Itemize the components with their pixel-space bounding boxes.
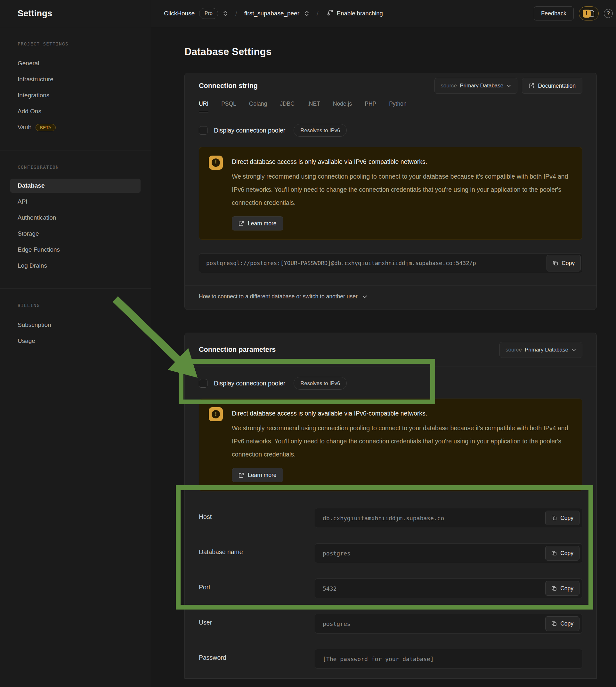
tab-nodejs[interactable]: Node.js [333,101,352,112]
sidebar-item-label: Log Drains [18,262,47,269]
connection-string-title: Connection string [199,82,258,90]
top-bar: Settings ClickHouse Pro / first_supabase… [0,0,616,27]
copy-uri-button[interactable]: Copy [547,255,581,271]
sidebar-section-header: CONFIGURATION [10,164,140,170]
copy-button[interactable]: Copy [545,616,579,631]
ipv6-warning-panel: ! Direct database access is only availab… [199,399,582,491]
chevron-down-icon [362,294,368,299]
org-switcher-icon[interactable] [222,10,228,17]
sidebar-item-authentication[interactable]: Authentication [10,210,140,226]
breadcrumb: ClickHouse Pro / first_supabase_peer / E… [151,8,534,19]
copy-button[interactable]: Copy [545,546,579,560]
sidebar-item-vault[interactable]: VaultBETA [10,119,140,135]
source-select[interactable]: source Primary Database [435,78,518,94]
sidebar-item-storage[interactable]: Storage [10,226,140,242]
parameter-label: Port [199,578,315,591]
sidebar-item-label: API [18,198,27,205]
parameter-label: Database name [199,543,315,556]
warning-body: We strongly recommend using connection p… [232,170,571,209]
chevron-down-icon [571,347,576,352]
notifications-button[interactable]: ! [579,6,599,21]
warning-icon: ! [209,407,223,421]
main-content: Database Settings Connection string sour… [151,27,616,687]
display-connection-pooler-checkbox[interactable] [199,379,207,388]
breadcrumb-separator: / [317,9,318,17]
ipv6-warning-panel: ! Direct database access is only availab… [199,147,582,240]
tab-net[interactable]: .NET [307,101,320,112]
sidebar-item-infrastructure[interactable]: Infrastructure [10,71,140,87]
documentation-button[interactable]: Documentation [522,78,582,94]
resolves-ipv6-badge: Resolves to IPv6 [293,377,347,390]
source-label: source [441,83,457,89]
sidebar-item-label: Vault [18,124,31,131]
chevron-down-icon [506,83,511,88]
learn-more-button[interactable]: Learn more [232,468,283,482]
sidebar: PROJECT SETTINGS GeneralInfrastructureIn… [0,27,151,687]
tab-jdbc[interactable]: JDBC [280,101,294,112]
sidebar-item-label: Add Ons [18,108,41,115]
source-select[interactable]: source Primary Database [500,342,582,358]
sidebar-item-label: Infrastructure [18,76,53,83]
sidebar-item-log-drains[interactable]: Log Drains [10,258,140,274]
sidebar-item-label: Database [18,182,45,189]
sidebar-section-header: PROJECT SETTINGS [10,41,140,46]
database-settings-title: Database Settings [184,46,616,58]
sidebar-item-subscription[interactable]: Subscription [10,317,140,333]
parameter-row: User postgres Copy [199,614,582,634]
source-value: Primary Database [525,347,568,353]
sidebar-item-label: Edge Functions [18,246,60,253]
sidebar-item-label: Subscription [18,322,51,329]
sidebar-item-add-ons[interactable]: Add Ons [10,104,140,119]
learn-more-button[interactable]: Learn more [232,216,283,230]
sidebar-item-usage[interactable]: Usage [10,333,140,349]
tab-psql[interactable]: PSQL [221,101,236,112]
parameter-label: User [199,614,315,626]
copy-icon [553,260,558,266]
parameter-value-field[interactable]: 5432 Copy [315,578,582,598]
connection-uri-field[interactable]: postgresql://postgres:[YOUR-PASSWORD]@db… [199,253,582,273]
parameter-row: Password [The password for your database… [199,649,582,669]
parameter-value-field[interactable]: db.cxhygiuitamxhniiddjm.supabase.co Copy [315,508,582,528]
parameter-label: Password [199,649,315,661]
copy-button[interactable]: Copy [545,511,579,525]
source-value: Primary Database [460,83,503,89]
enable-branching-button[interactable]: Enable branching [327,9,383,18]
connection-string-tabs: URIPSQLGolangJDBC.NETNode.jsPHPPython [185,101,596,112]
parameter-value-field[interactable]: postgres Copy [315,614,582,634]
sidebar-item-label: Integrations [18,92,49,99]
sidebar-item-integrations[interactable]: Integrations [10,87,140,104]
settings-header: Settings [0,0,151,27]
copy-icon [551,621,557,626]
connection-parameters-title: Connection parameters [199,346,276,354]
external-link-icon [529,83,534,89]
page-title: Settings [18,9,52,19]
parameter-value-field[interactable]: [The password for your database] [315,649,582,669]
sidebar-item-general[interactable]: General [10,56,140,71]
tab-golang[interactable]: Golang [249,101,267,112]
feedback-button[interactable]: Feedback [534,6,574,21]
sidebar-item-database[interactable]: Database [10,179,140,193]
copy-icon [551,550,557,556]
breadcrumb-separator: / [235,9,237,17]
help-button[interactable]: ? [604,9,613,18]
pooler-label: Display connection pooler [214,127,285,134]
copy-button[interactable]: Copy [545,581,579,596]
connection-string-card: Connection string source Primary Databas… [184,73,597,310]
breadcrumb-project[interactable]: first_supabase_peer [244,10,299,17]
copy-icon [551,585,557,591]
git-branch-icon [327,9,334,18]
sidebar-item-edge-functions[interactable]: Edge Functions [10,242,140,258]
sidebar-section-header: BILLING [10,303,140,308]
tab-python[interactable]: Python [389,101,406,112]
how-to-connect-expander[interactable]: How to connect to a different database o… [185,286,596,310]
connection-parameters-card: Connection parameters source Primary Dat… [184,333,597,679]
tab-uri[interactable]: URI [199,101,208,112]
sidebar-item-label: Storage [18,230,39,237]
parameter-value-field[interactable]: postgres Copy [315,543,582,563]
copy-icon [551,515,557,521]
display-connection-pooler-checkbox[interactable] [199,126,207,135]
project-switcher-icon[interactable] [304,10,310,17]
tab-php[interactable]: PHP [365,101,376,112]
breadcrumb-org[interactable]: ClickHouse [164,10,195,17]
sidebar-item-api[interactable]: API [10,194,140,210]
